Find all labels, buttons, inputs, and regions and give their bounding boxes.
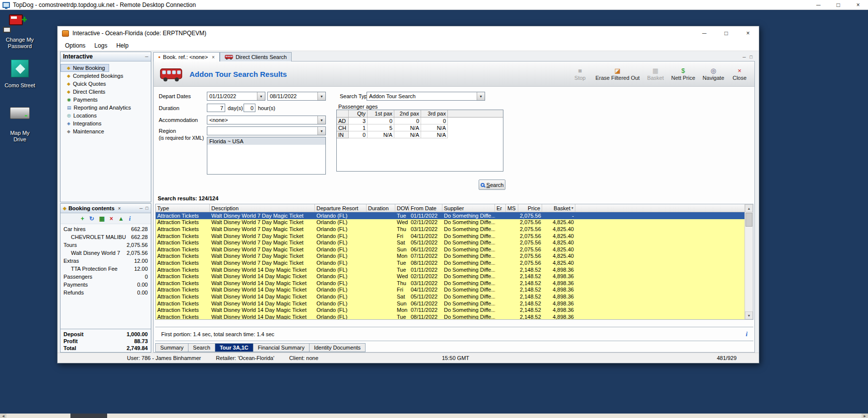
info-icon[interactable]: i	[745, 330, 747, 338]
column-header[interactable]: Er	[495, 204, 506, 212]
panel-float-icon[interactable]: □	[146, 206, 148, 211]
dock-minimize-icon[interactable]: ─	[743, 55, 745, 60]
horizontal-scrollbar[interactable]: ◀ ▶	[0, 414, 868, 418]
tab-book-ref[interactable]: • Book. ref.: <none> ×	[153, 52, 220, 61]
duration-hours-input[interactable]	[244, 104, 255, 112]
dropdown-arrow-icon[interactable]: ▼	[477, 92, 485, 100]
booking-list-item[interactable]: Car hires 662.28	[61, 225, 151, 233]
pax-age-cell[interactable]: N/A	[394, 124, 421, 131]
pax-qty-cell[interactable]: 0	[349, 131, 368, 138]
booking-list-item[interactable]: TTA Protection Fee 12.00	[61, 265, 151, 273]
action-button[interactable]: × Close	[729, 66, 750, 82]
booking-list-item[interactable]: Walt Disney World 7 2,075.56	[61, 249, 151, 257]
column-header[interactable]: From Date	[409, 204, 442, 212]
result-row[interactable]: Attraction Tickets Walt Disney World 7 D…	[156, 239, 744, 246]
tab-close-icon[interactable]: ×	[212, 55, 215, 60]
rdp-close-button[interactable]: ×	[848, 0, 868, 9]
action-button[interactable]: ■ Stop	[569, 66, 590, 82]
pax-age-cell[interactable]: N/A	[421, 124, 448, 131]
window-maximize-button[interactable]: □	[715, 26, 737, 40]
panel-close-icon[interactable]: ×	[118, 206, 121, 211]
action-button[interactable]: ◎ Navigate	[700, 66, 727, 82]
tree-item[interactable]: ◆ Completed Bookings	[61, 72, 127, 80]
scroll-down-icon[interactable]: ▼	[745, 311, 753, 319]
pax-qty-cell[interactable]: 3	[349, 118, 368, 124]
search-button[interactable]: Search	[479, 179, 505, 190]
result-row[interactable]: Attraction Tickets Walt Disney World 14 …	[156, 313, 744, 319]
panel-minimize-icon[interactable]: ─	[145, 54, 148, 59]
column-header[interactable]: Description	[210, 204, 315, 212]
bottom-tab[interactable]: Financial Summary	[253, 343, 310, 352]
scrollbar-thumb[interactable]	[70, 414, 107, 418]
toolbar-icon[interactable]: ▲	[118, 216, 124, 222]
tree-item[interactable]: ◆ Quick Quotes	[61, 80, 110, 88]
tree-item[interactable]: ◈ Integrations	[61, 119, 105, 127]
region-combo[interactable]: ▼	[207, 126, 326, 135]
action-button[interactable]: ◪ Erase Filtered Out	[593, 66, 642, 82]
pax-qty-cell[interactable]: 1	[349, 124, 368, 131]
action-button[interactable]: $ Nett Price	[669, 66, 697, 82]
dropdown-arrow-icon[interactable]: ▼	[257, 92, 265, 100]
booking-list-item[interactable]: Payments 0.00	[61, 281, 151, 289]
depart-date-from-combo[interactable]: 01/11/2022 ▼	[207, 92, 265, 101]
toolbar-icon[interactable]: +	[81, 216, 84, 222]
column-header[interactable]: Departure Resort	[315, 204, 367, 212]
vertical-scrollbar[interactable]: ▲ ▼	[744, 204, 753, 319]
panel-minimize-icon[interactable]: ─	[139, 206, 142, 211]
pax-age-cell[interactable]: 0	[368, 118, 394, 124]
tree-item[interactable]: ◆ Direct Clients	[61, 88, 109, 96]
menu-item[interactable]: Help	[112, 41, 133, 50]
pax-age-cell[interactable]: 5	[368, 124, 394, 131]
bottom-tab[interactable]: Search	[188, 343, 215, 352]
result-row[interactable]: Attraction Tickets Walt Disney World 7 D…	[156, 212, 744, 219]
column-header[interactable]: Basket	[542, 204, 575, 212]
result-row[interactable]: Attraction Tickets Walt Disney World 7 D…	[156, 259, 744, 266]
toolbar-icon[interactable]: ↻	[89, 216, 94, 222]
tree-item[interactable]: ◆ New Booking	[61, 64, 109, 72]
desktop-icon-change-my-password[interactable]: Change My Password	[1, 14, 39, 50]
result-row[interactable]: Attraction Tickets Walt Disney World 7 D…	[156, 219, 744, 226]
depart-date-to-combo[interactable]: 08/11/2022 ▼	[267, 92, 326, 101]
result-row[interactable]: Attraction Tickets Walt Disney World 14 …	[156, 300, 744, 307]
column-header[interactable]: Type	[156, 204, 210, 212]
result-row[interactable]: Attraction Tickets Walt Disney World 14 …	[156, 266, 744, 273]
booking-list-item[interactable]: Passengers 0	[61, 273, 151, 281]
result-row[interactable]: Attraction Tickets Walt Disney World 7 D…	[156, 226, 744, 233]
pax-age-cell[interactable]: N/A	[394, 131, 421, 138]
dropdown-arrow-icon[interactable]: ▼	[317, 92, 325, 100]
pax-age-cell[interactable]: 0	[421, 118, 448, 124]
result-row[interactable]: Attraction Tickets Walt Disney World 14 …	[156, 287, 744, 294]
booking-list-item[interactable]: Extras 12.00	[61, 257, 151, 265]
window-minimize-button[interactable]: ─	[693, 26, 715, 40]
dropdown-arrow-icon[interactable]: ▼	[317, 127, 325, 135]
menu-item[interactable]: Logs	[90, 41, 112, 50]
rdp-minimize-button[interactable]: ─	[808, 0, 828, 9]
window-close-button[interactable]: ×	[737, 26, 759, 40]
bottom-tab[interactable]: Tour 3A,1C	[215, 343, 253, 352]
result-row[interactable]: Attraction Tickets Walt Disney World 14 …	[156, 306, 744, 313]
booking-list-item[interactable]: CHEVROLET MALIBU 662.28	[61, 233, 151, 241]
tree-item[interactable]: ◎ Locations	[61, 112, 101, 119]
column-header[interactable]: DOW	[395, 204, 409, 212]
booking-list-item[interactable]: Refunds 0.00	[61, 289, 151, 297]
region-option[interactable]: Florida ~ USA	[207, 137, 325, 145]
dropdown-arrow-icon[interactable]: ▼	[317, 116, 325, 124]
scroll-left-icon[interactable]: ◀	[0, 414, 6, 418]
result-row[interactable]: Attraction Tickets Walt Disney World 14 …	[156, 273, 744, 280]
result-row[interactable]: Attraction Tickets Walt Disney World 7 D…	[156, 233, 744, 239]
result-row[interactable]: Attraction Tickets Walt Disney World 14 …	[156, 293, 744, 300]
column-header[interactable]: Price	[518, 204, 542, 212]
column-header[interactable]: MS	[506, 204, 518, 212]
booking-list-item[interactable]: Tours 2,075.56	[61, 241, 151, 249]
tree-item[interactable]: ▤ Reporting and Analytics	[61, 104, 135, 112]
result-row[interactable]: Attraction Tickets Walt Disney World 14 …	[156, 280, 744, 287]
scroll-up-icon[interactable]: ▲	[745, 204, 753, 212]
bottom-tab[interactable]: Identity Documents	[310, 343, 366, 352]
result-row[interactable]: Attraction Tickets Walt Disney World 7 D…	[156, 246, 744, 253]
desktop-icon-map-my-drive[interactable]: Map My Drive	[1, 103, 39, 143]
bottom-tab[interactable]: Summary	[155, 343, 188, 352]
result-row[interactable]: Attraction Tickets Walt Disney World 7 D…	[156, 253, 744, 260]
scroll-right-icon[interactable]: ▶	[862, 414, 868, 418]
toolbar-icon[interactable]: i	[129, 216, 130, 222]
desktop-icon-como-street[interactable]: Como Street	[1, 59, 39, 89]
